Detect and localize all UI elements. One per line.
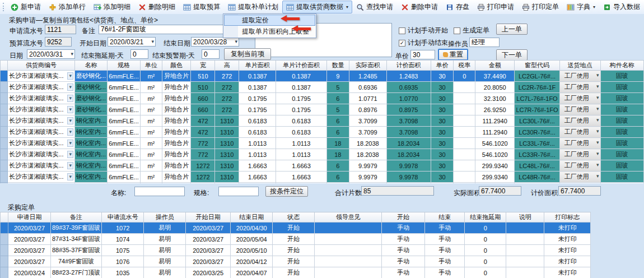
grid-cell[interactable]: 2020/03/27 [8,245,51,256]
grid-cell[interactable]: 6mmFLE... [108,172,141,183]
grid-cell[interactable] [454,149,475,160]
grid-cell[interactable]: 异地合片 [162,138,191,149]
grid-cell[interactable]: 272 [215,93,239,104]
date-combo[interactable]: 2020/03/31 [27,49,75,59]
grid-cell[interactable]: 1272 [191,172,215,183]
grid-cell[interactable]: 660 [191,93,215,104]
table-row[interactable]: 2020/03/2787#31-34F窗固玻1074易明2020/03/2720… [1,234,591,245]
grid-cell[interactable]: 2020/03/25 [186,267,231,278]
end-date-combo[interactable]: 2020/03/28 [191,37,239,47]
grid-cell[interactable] [506,256,544,267]
grid-cell[interactable]: 6mmFLE... [108,104,141,115]
grid-cell[interactable]: 手动 [382,223,425,234]
grid-cell[interactable]: 89#37-39F窗固玻 [51,223,102,234]
grid-cell[interactable]: 1.0113 [276,149,326,160]
grid-cell[interactable]: 18 [326,149,349,160]
grid-cell[interactable] [454,172,475,183]
grid-cell[interactable]: 2020/04/12 [231,256,273,267]
toolbar-button-fetch-supplier-data[interactable]: 提取供货商数据▾ [282,1,352,13]
grid-cell[interactable]: 开始 [273,256,315,267]
grid-cell[interactable]: 6 [326,172,349,183]
grid-cell[interactable] [506,245,544,256]
grid-cell[interactable]: 钢化室内... [74,127,107,138]
grid-cell[interactable]: 30 [431,115,454,127]
column-header[interactable]: 供货商编号 [8,61,75,71]
grid-cell[interactable]: 磨砂钢化... [74,104,107,115]
table-row[interactable]: 长沙市潇湘玻璃实...磨砂钢化...6mmFLE...m²异地合片6602720… [1,93,644,104]
grid-cell[interactable]: 手动 [425,234,465,245]
grid-cell[interactable]: m² [140,115,162,127]
grid-cell[interactable]: 9.9978 [386,160,431,172]
grid-cell[interactable]: 1074 [102,234,144,245]
grid-cell[interactable]: 固玻 [600,138,643,149]
supplier-combo[interactable]: 长沙市潇湘玻璃实... [8,149,75,160]
table-row[interactable]: 长沙市潇湘玻璃实...钢化室内...6mmFLE...m²异地合片7721310… [1,138,644,149]
delivery-location-combo[interactable]: 工厂使用 [559,149,600,160]
column-header[interactable]: 构件名称 [600,61,643,71]
grid-cell[interactable]: 6mmFLE... [108,71,141,82]
grid-cell[interactable]: 472 [191,115,215,127]
grid-cell[interactable]: 0 [465,223,506,234]
generate-order-checkbox[interactable]: 生成定单 [454,26,489,35]
column-header[interactable]: 备注 [51,212,102,223]
grid-cell[interactable]: 2020/05/04 [231,234,273,245]
grid-cell[interactable]: 手动 [425,267,465,278]
grid-cell[interactable]: 272 [215,104,239,115]
grid-cell[interactable]: 0.8976 [349,104,386,115]
delivery-location-combo[interactable]: 工厂使用 [559,104,600,115]
grid-cell[interactable]: 异地合片 [162,93,191,104]
grid-cell[interactable]: 772 [191,149,215,160]
grid-cell[interactable]: 546.1020 [475,149,515,160]
grid-cell[interactable]: LC30R-76#... [515,127,559,138]
column-header[interactable]: 数量 [326,61,349,71]
grid-cell[interactable]: 2020/03/27 [186,234,231,245]
table-row[interactable]: 长沙市潇湘玻璃实...磨砂钢化...6mmFLE...m²异地合片6602720… [1,104,644,115]
grid-cell[interactable]: 异地合片 [162,104,191,115]
grid-cell[interactable]: 0.1387 [276,82,326,93]
table-row[interactable]: 长沙市潇湘玻璃实...磨砂钢化...6mmFLE...m²异地合片5102720… [1,71,644,82]
grid-cell[interactable]: 开始 [273,234,315,245]
grid-cell[interactable]: 0.6936 [349,82,386,93]
grid-cell[interactable]: 0.1795 [239,104,276,115]
grid-cell[interactable]: m² [140,93,162,104]
menu-item[interactable]: 提取定价 [224,15,315,26]
grid-cell[interactable]: 272 [215,71,239,82]
end-delay-input[interactable] [130,49,148,59]
grid-cell[interactable]: 开始 [273,223,315,234]
column-header[interactable]: 高 [215,61,239,71]
grid-cell[interactable]: 299.9340 [475,172,515,183]
grid-cell[interactable] [506,223,544,234]
delivery-location-combo[interactable]: 工厂使用 [559,160,600,172]
grid-cell[interactable]: 30 [431,149,454,160]
column-header[interactable]: 结束拖延期 [465,212,506,223]
grid-cell[interactable]: LC2GL-76#... [515,71,559,82]
grid-cell[interactable]: 9.9978 [386,172,431,183]
grid-cell[interactable]: 6mmFLE... [108,93,141,104]
grid-cell[interactable]: 6mmFLE... [108,149,141,160]
delivery-location-combo[interactable]: 工厂使用 [559,172,600,183]
grid-cell[interactable]: 18.2038 [349,149,386,160]
grid-cell[interactable]: 30 [431,127,454,138]
grid-cell[interactable]: 30 [431,138,454,149]
supplier-combo[interactable]: 长沙市潇湘玻璃实... [8,138,75,149]
grid-cell[interactable]: 6 [326,160,349,172]
grid-cell[interactable]: 1310 [215,149,239,160]
toolbar-button-fetch-supplement-plan[interactable]: 提取补单计划 [224,1,282,13]
grid-cell[interactable]: 0 [454,71,475,82]
grid-cell[interactable]: 1272 [191,160,215,172]
grid-cell[interactable]: 6mmFLE... [108,115,141,127]
grid-cell[interactable]: 钢化室内... [74,138,107,149]
grid-cell[interactable]: 1076 [102,256,144,267]
grid-cell[interactable]: 手动 [425,245,465,256]
grid-cell[interactable]: 2020/03/27 [8,234,51,245]
toolbar-button-find-application[interactable]: 查找申请 [352,1,397,13]
grid-cell[interactable]: 2020/03/27 [8,223,51,234]
grid-cell[interactable]: 固玻 [600,172,643,183]
next-order-button[interactable]: 下一单 [496,49,528,61]
grid-cell[interactable]: 18.2034 [386,149,431,160]
grid-cell[interactable]: LC48R-76#... [515,172,559,183]
table-row[interactable]: 2020/03/2789#37-39F窗固玻1072易明2020/03/2720… [1,223,591,234]
grid-cell[interactable]: 手动 [382,234,425,245]
grid-cell[interactable]: 未打印 [544,245,591,256]
grid-cell[interactable]: 0.1387 [276,71,326,82]
